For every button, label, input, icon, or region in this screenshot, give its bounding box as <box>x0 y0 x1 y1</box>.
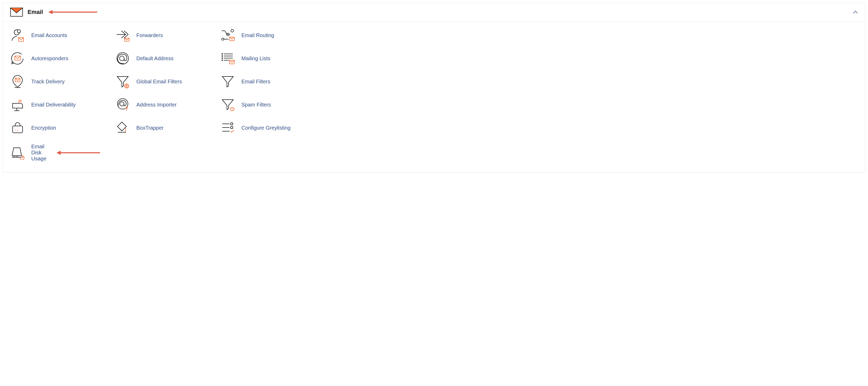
item-label: Email Disk Usage <box>31 144 46 162</box>
annotation-arrow-disk-usage <box>57 151 100 155</box>
svg-point-41 <box>16 130 16 131</box>
item-label: Address Importer <box>136 102 177 108</box>
item-address-importer[interactable]: Address Importer <box>115 96 205 113</box>
email-deliverability-icon <box>10 97 25 112</box>
svg-point-42 <box>18 130 19 131</box>
svg-point-8 <box>222 38 224 40</box>
svg-point-39 <box>232 110 232 111</box>
email-disk-usage-icon <box>10 145 25 160</box>
email-routing-icon <box>220 28 235 42</box>
annotation-arrow-header <box>48 10 97 14</box>
item-label: Encryption <box>31 125 56 131</box>
svg-point-16 <box>222 56 223 57</box>
email-icon <box>10 8 23 17</box>
item-label: Global Email Filters <box>136 79 182 85</box>
svg-point-2 <box>17 30 21 33</box>
item-email-routing[interactable]: Email Routing <box>220 27 310 43</box>
collapse-toggle-icon[interactable] <box>853 9 858 15</box>
boxtrapper-icon <box>115 120 130 135</box>
svg-rect-49 <box>231 126 233 128</box>
panel-header[interactable]: Email <box>3 3 865 22</box>
item-email-accounts[interactable]: Email Accounts <box>10 27 99 43</box>
item-label: Email Deliverability <box>31 102 76 108</box>
forwarders-icon <box>115 28 130 42</box>
svg-rect-43 <box>118 122 126 131</box>
email-panel: Email Email Account <box>3 3 865 173</box>
svg-marker-36 <box>222 100 233 110</box>
svg-marker-29 <box>222 77 233 87</box>
track-delivery-icon <box>10 74 25 89</box>
item-email-disk-usage[interactable]: Email Disk Usage <box>10 143 99 163</box>
item-label: Forwarders <box>136 32 163 38</box>
item-global-email-filters[interactable]: Global Email Filters <box>115 73 205 90</box>
item-default-address[interactable]: Default Address <box>115 50 205 67</box>
svg-point-14 <box>222 54 223 54</box>
email-filters-icon <box>220 74 235 89</box>
svg-point-18 <box>222 58 223 59</box>
item-label: Track Delivery <box>31 79 65 85</box>
item-email-filters[interactable]: Email Filters <box>220 73 310 90</box>
autoresponders-icon <box>10 51 25 66</box>
svg-rect-47 <box>231 123 233 125</box>
item-label: Spam Filters <box>242 102 271 108</box>
item-label: Email Accounts <box>31 32 67 38</box>
item-boxtrapper[interactable]: BoxTrapper <box>115 119 205 136</box>
item-label: Configure Greylisting <box>242 125 290 131</box>
panel-title: Email <box>28 9 43 16</box>
svg-rect-40 <box>12 126 23 133</box>
item-label: Email Routing <box>242 32 274 38</box>
svg-point-6 <box>231 29 234 32</box>
item-email-deliverability[interactable]: Email Deliverability <box>10 96 99 113</box>
encryption-icon <box>10 120 25 135</box>
item-label: Autoresponders <box>31 56 68 62</box>
svg-point-13 <box>120 56 124 61</box>
spam-filters-icon <box>220 97 235 112</box>
panel-body: Email Accounts Forwarders <box>3 22 865 172</box>
svg-point-34 <box>120 102 124 106</box>
item-mailing-lists[interactable]: Mailing Lists <box>220 50 310 67</box>
email-accounts-icon <box>10 28 25 42</box>
item-autoresponders[interactable]: Autoresponders <box>10 50 99 67</box>
item-encryption[interactable]: Encryption <box>10 119 99 136</box>
address-importer-icon <box>115 97 130 112</box>
item-forwarders[interactable]: Forwarders <box>115 27 205 43</box>
item-track-delivery[interactable]: Track Delivery <box>10 73 99 90</box>
items-grid: Email Accounts Forwarders <box>10 27 858 163</box>
global-email-filters-icon <box>115 74 130 89</box>
item-label: Mailing Lists <box>242 56 270 62</box>
item-configure-greylisting[interactable]: Configure Greylisting <box>220 119 310 136</box>
item-spam-filters[interactable]: Spam Filters <box>220 96 310 113</box>
svg-point-20 <box>222 60 223 61</box>
item-label: Email Filters <box>242 79 270 85</box>
configure-greylisting-icon <box>220 120 235 135</box>
default-address-icon <box>115 51 130 66</box>
item-label: BoxTrapper <box>136 125 164 131</box>
item-label: Default Address <box>136 56 174 62</box>
mailing-lists-icon <box>220 51 235 66</box>
